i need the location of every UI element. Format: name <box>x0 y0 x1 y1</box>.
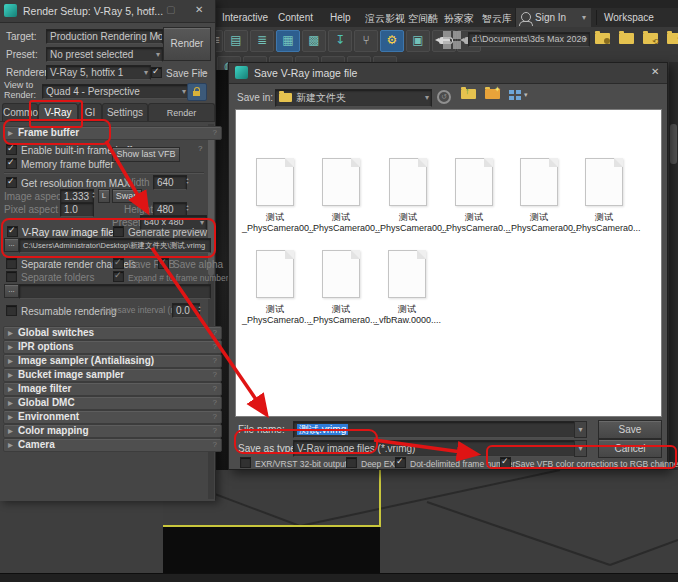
channels-path-field[interactable] <box>19 284 211 299</box>
open-folder-icon-2[interactable] <box>619 33 634 45</box>
show-last-vfb-button[interactable]: Show last VFB <box>112 147 180 162</box>
tab-vray[interactable]: V-Ray <box>38 103 78 122</box>
viewport-layout-icon[interactable] <box>443 31 461 49</box>
save-alpha-checkbox[interactable]: Save alpha <box>158 258 223 270</box>
save-dialog-titlebar[interactable]: Save V-Ray image file ✕ <box>229 63 667 84</box>
render-nodes-icon[interactable]: ⑂ <box>354 30 378 52</box>
dialog-close-button[interactable]: ✕ <box>651 66 659 77</box>
sign-in-caret[interactable]: ▾ <box>577 8 591 27</box>
rollout-image-sampler[interactable]: Image sampler (Antialiasing)? <box>3 354 222 368</box>
rollout-color-mapping[interactable]: Color mapping? <box>3 424 222 438</box>
expand-frame-checkbox[interactable]: Expand # to frame number <box>113 271 229 283</box>
save-as-type-dropdown[interactable]: V-Ray image files (*.vrimg) <box>293 440 578 457</box>
file-item[interactable]: 测试_PhysCamera00... <box>308 158 374 234</box>
menu-xuanyun[interactable]: 渲云影视 <box>365 12 405 26</box>
aspect-lock-button[interactable]: L <box>98 189 110 203</box>
pixel-aspect-field[interactable]: 1.0 <box>60 202 94 217</box>
dot-delimited-checkbox[interactable]: Dot-delimited frame number <box>395 457 515 469</box>
rollout-bucket-image-sampler[interactable]: Bucket image sampler? <box>3 368 222 382</box>
file-item[interactable]: 测试_PhysCamera0... <box>441 158 507 234</box>
menu-kongjianku[interactable]: 空间酷 <box>408 12 438 26</box>
back-icon[interactable]: ↺ <box>437 90 451 104</box>
renderer-dropdown[interactable]: V-Ray 5, hotfix 1 <box>46 65 151 80</box>
memory-frame-buffer-checkbox[interactable]: Memory frame buffer <box>6 158 114 170</box>
rollout-frame-buffer[interactable]: Frame buffer? <box>3 126 222 140</box>
raw-file-browse-button[interactable]: ... <box>4 238 19 252</box>
rollout-global-switches[interactable]: Global switches? <box>3 326 222 340</box>
file-name-input[interactable]: 测试.vrimg <box>293 421 578 438</box>
file-name-caret[interactable]: ▾ <box>574 421 587 438</box>
render-setup-titlebar[interactable]: Render Setup: V-Ray 5, hotf... — ▢ ✕ <box>0 0 215 23</box>
generate-preview-checkbox[interactable]: Generate preview <box>113 226 207 238</box>
rollout-camera[interactable]: Camera? <box>3 438 222 452</box>
deep-exr-checkbox[interactable]: Deep EXR <box>346 457 401 469</box>
resize-grip[interactable]: ◢ <box>657 459 663 468</box>
target-dropdown[interactable]: Production Rendering Mode <box>46 29 163 44</box>
save-file-browse-button[interactable]: ... <box>198 64 206 75</box>
save-vfb-corrections-checkbox[interactable]: Save VFB color corrections to RGB channe… <box>500 457 678 469</box>
rollout-ipr-options[interactable]: IPR options? <box>3 340 222 354</box>
layer-explorer-icon[interactable]: ≣ <box>250 30 274 52</box>
tab-common[interactable]: Common <box>2 103 38 122</box>
rollout-image-filter[interactable]: Image filter? <box>3 382 222 396</box>
right-scrollbar[interactable] <box>669 62 678 470</box>
rollout-global-dmc[interactable]: Global DMC? <box>3 396 222 410</box>
channels-browse-button[interactable]: ... <box>4 284 19 298</box>
workspace-label[interactable]: Workspace <box>604 12 654 23</box>
close-button[interactable]: ✕ <box>195 4 203 15</box>
file-item[interactable]: 测试_PhysCamera00... <box>506 158 572 234</box>
menu-help[interactable]: Help <box>330 12 351 23</box>
file-item[interactable]: 测试_PhysCamera00... <box>242 158 308 234</box>
file-item[interactable]: 测试_PhysCamera0... <box>308 250 374 326</box>
exr-vrst-checkbox[interactable]: EXR/VRST 32-bit output <box>240 457 347 469</box>
vray-raw-image-file-checkbox[interactable]: V-Ray raw image file <box>7 226 114 238</box>
save-in-dropdown[interactable]: 新建文件夹 <box>275 89 432 107</box>
height-spinner[interactable] <box>184 204 191 211</box>
menu-banjiajia[interactable]: 扮家家 <box>444 12 474 26</box>
save-file-check[interactable] <box>151 67 162 78</box>
sign-in-button[interactable]: Sign In <box>515 8 578 27</box>
help-icon[interactable]: ? <box>198 144 202 153</box>
render-button[interactable]: Render <box>163 27 211 61</box>
scene-explorer-icon[interactable]: ▤ <box>224 30 248 52</box>
render-setup-icon[interactable]: ⚙ <box>380 30 404 52</box>
open-folder-icon-1[interactable] <box>595 33 610 45</box>
create-new-folder-icon[interactable]: ✦ <box>485 89 500 100</box>
swap-button[interactable]: Swap <box>112 189 142 203</box>
schematic-view-icon[interactable]: ▩ <box>302 30 326 52</box>
get-resolution-checkbox[interactable]: Get resolution from MAX <box>6 177 130 189</box>
save-as-type-caret[interactable]: ▾ <box>574 440 587 457</box>
autosave-spinner[interactable] <box>196 305 203 312</box>
maximize-button[interactable]: ▢ <box>166 4 175 15</box>
width-field[interactable]: 640 <box>153 175 187 190</box>
tab-settings[interactable]: Settings <box>102 103 148 122</box>
raw-file-path-field[interactable]: C:\Users\Administrator\Desktop\新建文件夹\测试.… <box>19 238 211 253</box>
panel-scrollbar-handle[interactable] <box>208 126 214 276</box>
menu-interactive[interactable]: Interactive <box>222 12 268 23</box>
view-lock-button[interactable] <box>187 83 207 101</box>
file-item[interactable]: 测试_PhysCamera0... <box>242 250 308 326</box>
up-one-level-icon[interactable]: ↑ <box>461 89 476 100</box>
width-spinner[interactable] <box>184 177 191 184</box>
menu-content[interactable]: Content <box>278 12 313 23</box>
view-to-render-dropdown[interactable]: Quad 4 - Perspective <box>42 84 189 99</box>
project-path-dropdown[interactable]: d:\Documents\3ds Max 2020 <box>468 32 590 47</box>
file-list[interactable]: 测试_PhysCamera00... 测试_PhysCamera00... 测试… <box>235 109 662 417</box>
separate-folders-checkbox[interactable]: Separate folders <box>6 271 94 283</box>
open-folder-icon-4[interactable]: ? <box>667 33 678 45</box>
tab-render-elements[interactable]: Render Elements <box>148 103 215 122</box>
file-item[interactable]: 测试_vfbRaw.0000.... <box>374 250 440 326</box>
image-aspect-spinner[interactable] <box>90 191 97 198</box>
preset-dropdown[interactable]: No preset selected <box>46 47 163 62</box>
cancel-button[interactable]: Cancel <box>598 439 662 458</box>
file-item[interactable]: 测试_PhysCamera00... <box>375 158 441 234</box>
rendered-frame-icon[interactable]: ▣ <box>406 30 430 52</box>
file-item[interactable]: 测试_PhysCamera0... <box>571 158 637 234</box>
open-folder-icon-3[interactable]: ⟲ <box>643 33 658 45</box>
minimize-button[interactable]: — <box>140 4 150 15</box>
save-button[interactable]: Save <box>598 420 662 439</box>
rollout-environment[interactable]: Environment? <box>3 410 222 424</box>
curve-editor-icon[interactable]: ▦ <box>276 30 300 52</box>
menu-zhiyunku[interactable]: 智云库 <box>482 12 512 26</box>
tab-gi[interactable]: GI <box>78 103 102 122</box>
